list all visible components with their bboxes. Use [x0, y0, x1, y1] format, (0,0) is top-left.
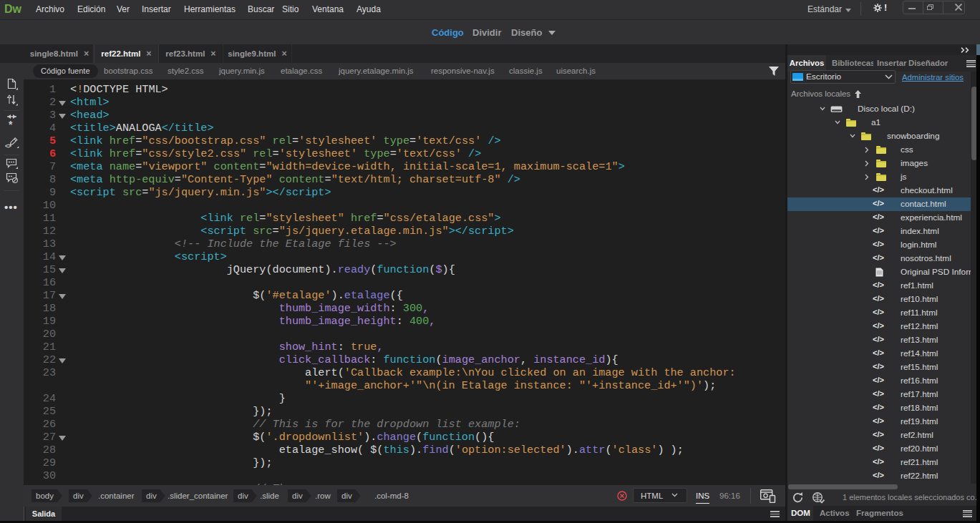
svg-text:<>: <>: [5, 142, 11, 150]
svg-text:*: *: [9, 119, 13, 130]
